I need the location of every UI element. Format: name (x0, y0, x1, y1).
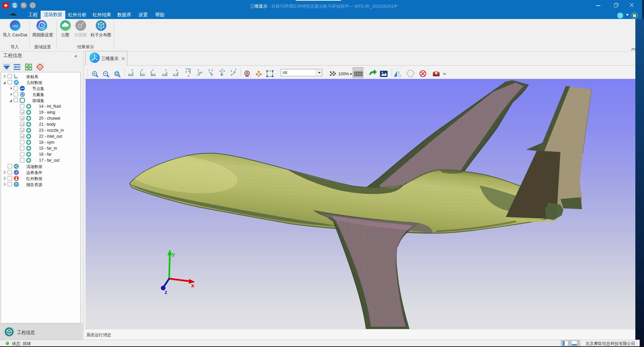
svg-text:x: x (164, 73, 166, 76)
svg-text:Y: Y (208, 69, 210, 72)
svg-text:Y: Y (152, 69, 154, 72)
svg-text:Y: Y (235, 68, 237, 71)
svg-text:Y: Y (165, 69, 167, 72)
svg-text:z: z (15, 76, 16, 78)
svg-text:100%: 100% (338, 72, 349, 76)
svg-text:z: z (197, 73, 198, 76)
svg-text:Y: Y (197, 69, 199, 72)
svg-text:x: x (201, 71, 202, 74)
svg-text:z: z (131, 73, 132, 76)
svg-text:z: z (164, 289, 167, 295)
svg-text:x: x (211, 69, 213, 72)
svg-text:x: x (223, 69, 225, 72)
svg-text:x: x (188, 74, 189, 77)
svg-text:y: y (172, 251, 175, 257)
svg-text:x: x (143, 73, 145, 76)
svg-text:Y: Y (131, 69, 133, 72)
svg-text:z: z (141, 73, 143, 76)
svg-text:z: z (162, 73, 163, 76)
svg-text:Y: Y (175, 73, 177, 76)
svg-text:z: z (173, 73, 174, 76)
svg-text:x: x (176, 69, 177, 72)
svg-text:Y: Y (141, 69, 143, 72)
svg-text:cas: cas (13, 23, 18, 28)
svg-text:z: z (219, 69, 221, 72)
svg-text:z: z (154, 73, 155, 76)
svg-text:z: z (231, 69, 232, 72)
svg-text:x: x (152, 73, 154, 76)
svg-text:z: z (185, 70, 187, 73)
svg-text:Y: Y (188, 70, 190, 73)
svg-text:x: x (191, 282, 194, 289)
svg-text:Y: Y (14, 74, 15, 76)
svg-text:x: x (128, 73, 130, 76)
svg-text:x: x (17, 76, 18, 78)
